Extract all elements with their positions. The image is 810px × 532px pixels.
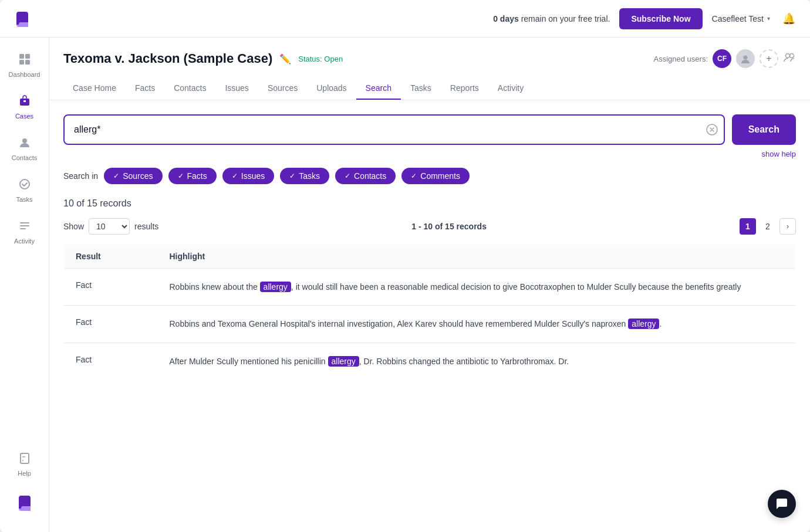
results-label: results <box>134 222 158 231</box>
assigned-label: Assigned users: <box>654 55 708 63</box>
result-type: Fact <box>64 269 158 306</box>
nav-tabs: Case Home Facts Contacts Issues Sources … <box>63 77 796 100</box>
sidebar-item-label: Cases <box>15 113 33 120</box>
highlight-after: . <box>659 319 662 328</box>
page-1[interactable]: 1 <box>740 218 756 235</box>
tab-uploads[interactable]: Uploads <box>307 77 356 100</box>
show-help-link[interactable]: show help <box>761 150 796 158</box>
search-button[interactable]: Search <box>732 114 796 145</box>
sidebar-item-cases[interactable]: Cases <box>4 89 46 126</box>
table-row: Fact Robbins and Texoma General Hospital… <box>64 306 796 343</box>
pagination-text: 1 - 10 of 15 records <box>411 222 487 231</box>
svg-point-13 <box>22 460 23 461</box>
svg-point-16 <box>790 53 794 57</box>
sidebar-item-label: Tasks <box>16 196 32 203</box>
show-help-row: show help <box>63 150 796 158</box>
trial-text: 0 days remain on your free trial. <box>493 14 610 23</box>
add-user-button[interactable]: + <box>760 49 778 68</box>
tab-issues[interactable]: Issues <box>215 77 258 100</box>
filter-chip-label: Facts <box>187 171 207 181</box>
main-layout: Dashboard Cases <box>0 38 810 532</box>
subscribe-button[interactable]: Subscribe Now <box>619 8 702 29</box>
tab-contacts[interactable]: Contacts <box>164 77 215 100</box>
check-icon: ✓ <box>178 172 184 180</box>
case-title-row: Texoma v. Jackson (Sample Case) ✏️ Statu… <box>63 49 796 68</box>
sidebar-item-label: Contacts <box>12 154 37 161</box>
dashboard-icon <box>18 53 31 69</box>
page-2[interactable]: 2 <box>760 218 776 235</box>
tasks-icon <box>18 178 31 194</box>
filter-chip-facts[interactable]: ✓ Facts <box>168 168 217 184</box>
tab-sources[interactable]: Sources <box>258 77 307 100</box>
svg-rect-10 <box>20 228 26 229</box>
highlight-cell: Robbins knew about the allergy, it would… <box>158 269 796 306</box>
edit-icon[interactable]: ✏️ <box>279 53 291 65</box>
tab-reports[interactable]: Reports <box>441 77 488 100</box>
check-icon: ✓ <box>113 172 119 180</box>
sidebar-item-contacts[interactable]: Contacts <box>4 130 46 167</box>
search-input[interactable] <box>63 114 725 145</box>
column-highlight: Highlight <box>158 245 796 269</box>
tab-case-home[interactable]: Case Home <box>63 77 126 100</box>
svg-point-6 <box>22 138 27 143</box>
manage-users-icon[interactable] <box>783 51 796 67</box>
svg-rect-2 <box>19 60 24 65</box>
svg-point-15 <box>786 53 790 57</box>
contacts-icon <box>18 136 31 152</box>
filter-chip-label: Sources <box>123 171 153 181</box>
filter-chip-label: Contacts <box>354 171 386 181</box>
svg-rect-3 <box>25 60 30 65</box>
show-select-wrap: Show 10 25 50 results <box>63 218 158 235</box>
tab-tasks[interactable]: Tasks <box>401 77 441 100</box>
pagination-right: 1 2 › <box>740 218 796 235</box>
status-badge: Status: Open <box>298 55 343 63</box>
highlight-before: Robbins and Texoma General Hospital's in… <box>170 319 629 328</box>
search-clear-button[interactable] <box>706 124 718 135</box>
top-bar-right: 0 days remain on your free trial. Subscr… <box>493 8 798 29</box>
search-in-label: Search in <box>63 171 98 181</box>
filter-chip-comments[interactable]: ✓ Comments <box>401 168 470 184</box>
filter-chip-contacts[interactable]: ✓ Contacts <box>335 168 396 184</box>
svg-rect-0 <box>19 54 24 59</box>
column-result: Result <box>64 245 158 269</box>
svg-rect-5 <box>23 100 26 102</box>
sidebar-item-tasks[interactable]: Tasks <box>4 172 46 209</box>
filter-chip-label: Tasks <box>299 171 320 181</box>
filter-chip-tasks[interactable]: ✓ Tasks <box>280 168 329 184</box>
highlight-before: After Mulder Scully mentioned his penici… <box>170 357 328 366</box>
case-title-left: Texoma v. Jackson (Sample Case) ✏️ Statu… <box>63 51 343 66</box>
search-content: Search show help Search in ✓ Sources ✓ F… <box>49 100 810 532</box>
filter-chip-label: Issues <box>241 171 265 181</box>
show-select[interactable]: 10 25 50 <box>89 218 130 235</box>
chevron-down-icon: ▾ <box>767 15 770 22</box>
svg-rect-12 <box>22 456 25 458</box>
sidebar-item-dashboard[interactable]: Dashboard <box>4 47 46 84</box>
tab-activity[interactable]: Activity <box>488 77 533 100</box>
cases-icon <box>18 94 31 110</box>
highlight-after: , it would still have been a reasonable … <box>291 282 741 292</box>
help-icon <box>18 452 31 467</box>
svg-rect-11 <box>21 453 29 463</box>
avatar <box>736 49 755 68</box>
filter-chip-issues[interactable]: ✓ Issues <box>222 168 274 184</box>
page-next-button[interactable]: › <box>779 218 796 235</box>
user-name: Casefleet Test <box>712 14 764 23</box>
tab-search[interactable]: Search <box>356 77 401 100</box>
filter-row: Search in ✓ Sources ✓ Facts ✓ Issues ✓ <box>63 168 796 184</box>
avatar: CF <box>713 49 731 68</box>
sidebar-item-activity[interactable]: Activity <box>4 214 46 250</box>
svg-rect-1 <box>25 54 30 59</box>
highlight-before: Robbins knew about the <box>170 282 260 292</box>
chat-bubble[interactable] <box>768 490 796 518</box>
tab-facts[interactable]: Facts <box>126 77 164 100</box>
case-title: Texoma v. Jackson (Sample Case) <box>63 51 272 66</box>
activity-icon <box>18 219 31 235</box>
table-row: Fact After Mulder Scully mentioned his p… <box>64 343 796 379</box>
results-controls: Show 10 25 50 results 1 - 10 of 15 recor… <box>63 218 796 235</box>
bell-icon[interactable]: 🔔 <box>779 9 798 28</box>
check-icon: ✓ <box>345 172 350 180</box>
result-type: Fact <box>64 343 158 379</box>
user-menu[interactable]: Casefleet Test ▾ <box>712 14 770 23</box>
filter-chip-sources[interactable]: ✓ Sources <box>104 168 162 184</box>
sidebar-item-help[interactable]: Help <box>4 446 46 483</box>
